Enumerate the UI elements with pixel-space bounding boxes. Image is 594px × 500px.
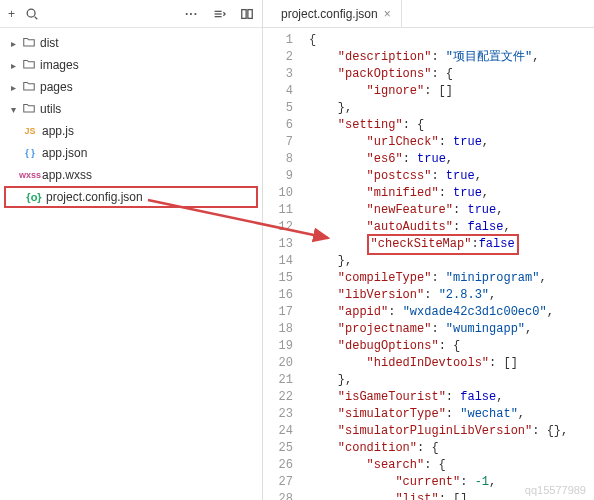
code-line-26: "search": { [309, 457, 594, 474]
code-line-2: "description": "项目配置文件", [309, 49, 594, 66]
file-item-app-js[interactable]: JSapp.js [0, 120, 262, 142]
code-line-25: "condition": { [309, 440, 594, 457]
code-line-5: }, [309, 100, 594, 117]
code-line-22: "isGameTourist": false, [309, 389, 594, 406]
svg-line-1 [35, 16, 38, 19]
watermark: qq15577989 [525, 484, 586, 496]
tab-project-config[interactable]: project.config.json × [271, 0, 402, 27]
line-number: 26 [263, 457, 293, 474]
line-number: 12 [263, 219, 293, 236]
line-number: 25 [263, 440, 293, 457]
line-number: 14 [263, 253, 293, 270]
search-button[interactable] [25, 7, 39, 21]
line-gutter: 1234567891011121314151617181920212223242… [263, 28, 303, 500]
line-number: 8 [263, 151, 293, 168]
code-line-4: "ignore": [] [309, 83, 594, 100]
folder-item-dist[interactable]: dist [0, 32, 262, 54]
code-content: { "description": "项目配置文件", "packOptions"… [303, 28, 594, 500]
tab-bar: project.config.json × [263, 0, 594, 28]
line-number: 9 [263, 168, 293, 185]
folder-icon [22, 101, 36, 118]
folder-icon [22, 79, 36, 96]
code-area[interactable]: 1234567891011121314151617181920212223242… [263, 28, 594, 500]
code-line-13: "checkSiteMap":false [309, 236, 594, 253]
tree-item-label: app.wxss [42, 168, 92, 182]
line-number: 23 [263, 406, 293, 423]
svg-rect-5 [242, 9, 246, 18]
tree-item-label: utils [40, 102, 61, 116]
json-file-icon: { } [22, 148, 38, 158]
caret-icon [8, 38, 18, 49]
new-file-button[interactable]: + [8, 7, 15, 21]
sidebar-toolbar: + ··· [0, 0, 262, 28]
tree-item-label: dist [40, 36, 59, 50]
editor-pane: project.config.json × 123456789101112131… [263, 0, 594, 500]
line-number: 17 [263, 304, 293, 321]
code-line-15: "compileType": "miniprogram", [309, 270, 594, 287]
code-line-3: "packOptions": { [309, 66, 594, 83]
search-icon [25, 7, 39, 21]
code-line-19: "debugOptions": { [309, 338, 594, 355]
line-number: 21 [263, 372, 293, 389]
line-number: 27 [263, 474, 293, 491]
tree-item-label: app.json [42, 146, 87, 160]
line-number: 6 [263, 117, 293, 134]
folder-icon [22, 57, 36, 74]
app-root: + ··· distimagespagesutilsJSapp.js{ }app… [0, 0, 594, 500]
caret-icon [8, 60, 18, 71]
line-number: 19 [263, 338, 293, 355]
folder-icon [22, 35, 36, 52]
line-number: 10 [263, 185, 293, 202]
tree-item-label: images [40, 58, 79, 72]
line-number: 5 [263, 100, 293, 117]
svg-rect-6 [248, 9, 252, 18]
wxss-file-icon: wxss [22, 170, 38, 180]
code-line-18: "projectname": "wumingapp", [309, 321, 594, 338]
caret-icon [8, 104, 18, 115]
tree-item-label: app.js [42, 124, 74, 138]
folder-item-pages[interactable]: pages [0, 76, 262, 98]
file-tree: distimagespagesutilsJSapp.js{ }app.jsonw… [0, 28, 262, 212]
config-file-icon: {o} [26, 191, 42, 203]
js-file-icon: JS [22, 126, 38, 136]
more-button[interactable]: ··· [185, 7, 198, 21]
file-item-project-config-json[interactable]: {o}project.config.json [4, 186, 258, 208]
sidebar: + ··· distimagespagesutilsJSapp.js{ }app… [0, 0, 263, 500]
code-line-1: { [309, 32, 594, 49]
line-number: 16 [263, 287, 293, 304]
svg-point-0 [27, 9, 35, 17]
tree-item-label: project.config.json [46, 190, 143, 204]
code-line-23: "simulatorType": "wechat", [309, 406, 594, 423]
code-line-10: "minified": true, [309, 185, 594, 202]
split-icon [240, 7, 254, 21]
file-item-app-wxss[interactable]: wxssapp.wxss [0, 164, 262, 186]
tab-label: project.config.json [281, 7, 378, 21]
close-icon[interactable]: × [384, 7, 391, 21]
line-number: 4 [263, 83, 293, 100]
split-button[interactable] [240, 7, 254, 21]
folder-item-images[interactable]: images [0, 54, 262, 76]
line-number: 24 [263, 423, 293, 440]
line-number: 2 [263, 49, 293, 66]
folder-item-utils[interactable]: utils [0, 98, 262, 120]
collapse-button[interactable] [212, 7, 226, 21]
highlighted-code: "checkSiteMap":false [367, 234, 519, 255]
caret-icon [8, 82, 18, 93]
code-line-24: "simulatorPluginLibVersion": {}, [309, 423, 594, 440]
collapse-icon [212, 7, 226, 21]
line-number: 13 [263, 236, 293, 253]
line-number: 20 [263, 355, 293, 372]
code-line-9: "postcss": true, [309, 168, 594, 185]
line-number: 7 [263, 134, 293, 151]
code-line-17: "appid": "wxdade42c3d1c00ec0", [309, 304, 594, 321]
line-number: 18 [263, 321, 293, 338]
code-line-6: "setting": { [309, 117, 594, 134]
line-number: 11 [263, 202, 293, 219]
code-line-7: "urlCheck": true, [309, 134, 594, 151]
line-number: 22 [263, 389, 293, 406]
code-line-20: "hidedInDevtools": [] [309, 355, 594, 372]
file-item-app-json[interactable]: { }app.json [0, 142, 262, 164]
code-line-14: }, [309, 253, 594, 270]
line-number: 3 [263, 66, 293, 83]
code-line-16: "libVersion": "2.8.3", [309, 287, 594, 304]
